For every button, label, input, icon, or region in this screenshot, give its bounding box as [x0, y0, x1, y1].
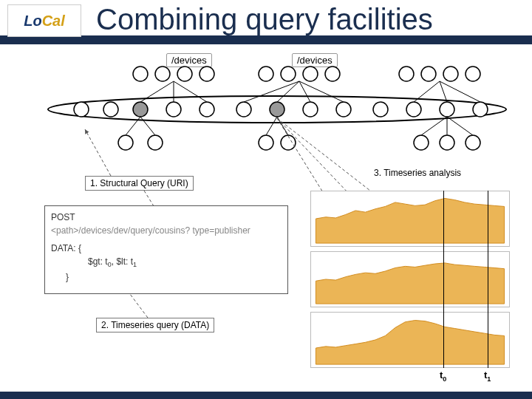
- code-post: POST: [51, 212, 75, 222]
- svg-point-4: [200, 66, 214, 81]
- mini-chart-2: [310, 312, 510, 368]
- time-label-t0: t0: [440, 369, 446, 383]
- page-title: Combining query facilities: [96, 3, 433, 36]
- svg-point-37: [148, 135, 163, 150]
- svg-point-13: [74, 102, 89, 117]
- step-1-label: 1. Structural Query (URI): [85, 176, 194, 191]
- code-data-label: DATA: {: [51, 243, 81, 253]
- svg-point-12: [466, 66, 480, 81]
- tree-svg: [44, 65, 510, 154]
- step-2-label: 2. Timeseries query (DATA): [96, 318, 214, 332]
- svg-line-31: [244, 81, 299, 102]
- svg-point-15: [133, 102, 148, 117]
- svg-point-40: [414, 135, 429, 150]
- query-code-box: POST <path>/devices/dev/query/cousins? t…: [44, 205, 288, 294]
- svg-point-18: [236, 102, 251, 117]
- step-3-label: 3. Timeseries analysis: [369, 166, 466, 180]
- svg-line-45: [266, 117, 277, 135]
- footer-bar: [0, 392, 532, 399]
- mini-chart-0: [310, 191, 510, 247]
- svg-point-21: [336, 102, 351, 117]
- svg-point-10: [421, 66, 436, 81]
- svg-point-25: [473, 102, 488, 117]
- svg-line-49: [447, 117, 473, 135]
- time-line-t1: [488, 191, 488, 368]
- logo-cal: Cal: [42, 13, 65, 30]
- svg-point-24: [440, 102, 454, 117]
- svg-point-1: [133, 66, 148, 81]
- code-gt: $gt: t: [88, 256, 108, 267]
- svg-point-5: [259, 66, 273, 81]
- time-line-t0: [443, 191, 444, 368]
- svg-point-19: [270, 102, 284, 117]
- svg-line-32: [299, 81, 344, 102]
- svg-point-41: [440, 135, 454, 150]
- header: LoCal Combining query facilities: [0, 0, 532, 44]
- svg-point-9: [399, 66, 414, 81]
- logo-lo: Lo: [24, 13, 41, 30]
- svg-line-26: [140, 81, 174, 102]
- code-lt: $lt: t: [116, 256, 133, 267]
- logo: LoCal: [7, 4, 81, 37]
- svg-line-30: [299, 81, 310, 102]
- tree-diagram: [44, 50, 510, 154]
- svg-point-39: [281, 135, 296, 150]
- svg-line-28: [174, 81, 207, 102]
- svg-point-11: [443, 66, 458, 81]
- code-path: <path>/devices/dev/query/cousins? type=p…: [51, 225, 250, 236]
- svg-point-38: [259, 135, 273, 150]
- svg-point-6: [281, 66, 296, 81]
- svg-point-3: [177, 66, 192, 81]
- svg-point-20: [303, 102, 318, 117]
- svg-point-23: [406, 102, 421, 117]
- code-close: }: [66, 272, 69, 282]
- svg-point-2: [155, 66, 170, 81]
- svg-point-8: [325, 66, 340, 81]
- time-label-t1: t1: [484, 369, 491, 383]
- svg-point-16: [166, 102, 181, 117]
- svg-line-29: [277, 81, 299, 102]
- svg-point-7: [303, 66, 318, 81]
- svg-point-14: [103, 102, 118, 117]
- svg-point-42: [466, 135, 480, 150]
- svg-point-22: [373, 102, 388, 117]
- code-lt-sub: 1: [133, 261, 137, 268]
- svg-point-36: [118, 135, 133, 150]
- svg-line-46: [277, 117, 288, 135]
- svg-point-17: [200, 102, 214, 117]
- charts-panel: [310, 191, 517, 375]
- svg-line-44: [140, 117, 155, 135]
- mini-chart-1: [310, 251, 510, 307]
